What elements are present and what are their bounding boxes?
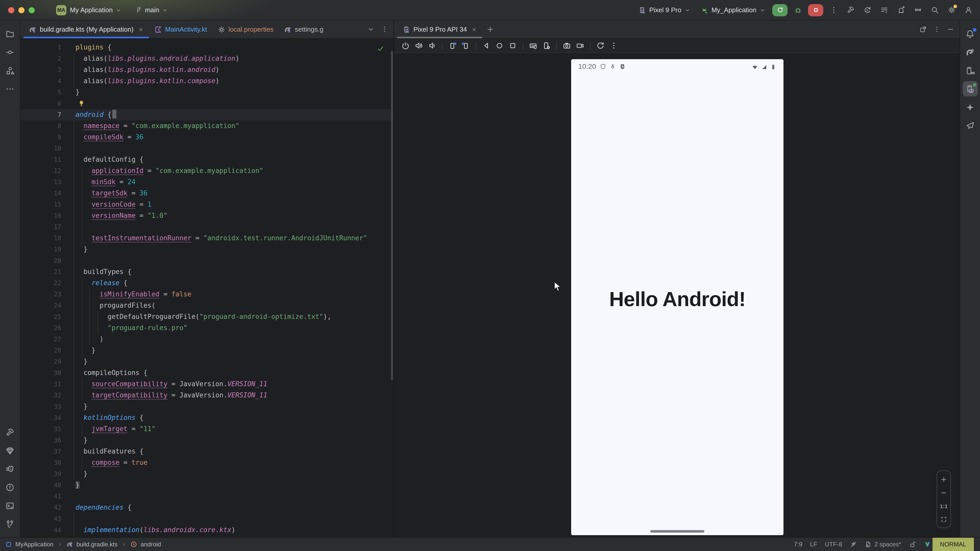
close-icon[interactable] — [138, 26, 144, 32]
version-control-tool[interactable] — [2, 516, 18, 532]
close-icon[interactable] — [471, 26, 477, 32]
sync-button[interactable]: A — [861, 3, 874, 17]
running-devices-tool[interactable] — [963, 81, 978, 97]
file-writable[interactable] — [909, 541, 916, 548]
tab-local.properties[interactable]: local.properties — [212, 21, 278, 38]
code-line-19[interactable]: 19 } — [21, 244, 393, 255]
logcat-tool[interactable] — [2, 461, 18, 476]
commit-tool[interactable] — [2, 44, 18, 60]
indent-style[interactable]: 2 spaces* — [865, 541, 901, 548]
phone-gear-button[interactable] — [542, 41, 551, 50]
code-line-29[interactable]: 29 } — [21, 356, 393, 367]
code-line-20[interactable]: 20 — [21, 255, 393, 266]
breadcrumb-item[interactable]: build.gradle.kts — [66, 541, 118, 548]
gesture-navigation-bar[interactable] — [650, 530, 704, 533]
inspections-ok-icon[interactable] — [377, 45, 384, 52]
plane-tool[interactable] — [963, 118, 978, 133]
breadcrumb-item[interactable]: λandroid — [130, 541, 161, 548]
code-line-7[interactable]: 7android { — [21, 109, 393, 121]
tab-settings.g[interactable]: settings.g — [279, 21, 328, 38]
reset-button[interactable] — [596, 41, 605, 50]
breadcrumb-item[interactable]: MyApplication — [5, 541, 53, 548]
add-device-tab-button[interactable] — [487, 25, 494, 33]
open-in-window-button[interactable] — [919, 25, 927, 33]
device-manager-tool[interactable] — [963, 63, 978, 78]
code-line-12[interactable]: 12 applicationId = "com.example.myapplic… — [21, 165, 393, 176]
tab-build.gradle.kts[interactable]: build.gradle.kts (My Application) — [24, 21, 149, 38]
app-quality-insights-tool[interactable] — [2, 443, 18, 458]
code-line-40[interactable]: 40} — [21, 480, 393, 491]
power-button[interactable] — [401, 41, 410, 50]
build-button[interactable] — [844, 3, 857, 17]
code-line-30[interactable]: 30 compileOptions { — [21, 367, 393, 379]
profiler-button[interactable] — [894, 3, 907, 17]
code-line-15[interactable]: 15 versionCode = 1 — [21, 199, 393, 210]
panel-options-button[interactable] — [933, 25, 941, 33]
code-line-3[interactable]: 3 alias(libs.plugins.kotlin.android) — [21, 64, 393, 76]
editor-scrollbar[interactable] — [391, 51, 393, 380]
code-line-13[interactable]: 13 minSdk = 24 — [21, 176, 393, 188]
code-line-11[interactable]: 11 defaultConfig { — [21, 154, 393, 165]
build-tool[interactable] — [2, 424, 18, 440]
code-line-41[interactable]: 41 — [21, 491, 393, 502]
code-line-37[interactable]: 37 buildFeatures { — [21, 446, 393, 457]
caret-position[interactable]: 7:9 — [794, 541, 802, 548]
back-tri-button[interactable] — [482, 41, 490, 50]
zoom-1-1-button[interactable]: 1:1 — [937, 500, 950, 512]
code-line-21[interactable]: 21 buildTypes { — [21, 266, 393, 278]
run-button[interactable] — [772, 4, 788, 16]
code-line-2[interactable]: 2 alias(libs.plugins.android.application… — [21, 53, 393, 64]
more-actions-button[interactable] — [827, 3, 840, 17]
code-line-28[interactable]: 28 } — [21, 345, 393, 356]
intention-bulb-icon[interactable] — [78, 100, 85, 107]
run-configuration[interactable]: My_Application — [697, 4, 769, 16]
code-line-5[interactable]: 5} — [21, 87, 393, 98]
code-line-25[interactable]: 25 getDefaultProguardFile("proguard-andr… — [21, 311, 393, 322]
code-line-23[interactable]: 23 isMinifyEnabled = false — [21, 289, 393, 300]
tab-mainactivity.kt[interactable]: MainActivity.kt — [149, 21, 212, 38]
project-selector[interactable]: My Application — [70, 6, 121, 14]
code-line-33[interactable]: 33 } — [21, 401, 393, 412]
tab-options-button[interactable] — [381, 25, 388, 33]
zoom-fit-button[interactable] — [937, 513, 950, 525]
gradle-tool[interactable] — [963, 44, 978, 60]
more-tool-windows[interactable] — [2, 81, 18, 97]
code-line-36[interactable]: 36 } — [21, 435, 393, 446]
vol-up-button[interactable] — [414, 41, 423, 50]
code-line-39[interactable]: 39 } — [21, 468, 393, 480]
code-line-44[interactable]: 44 implementation(libs.androidx.core.ktx… — [21, 524, 393, 536]
vim-mode-badge[interactable]: NORMAL — [932, 537, 974, 551]
stop-button[interactable] — [808, 4, 823, 16]
code-line-18[interactable]: 18 testInstrumentationRunner = "androidx… — [21, 233, 393, 244]
branch-selector[interactable]: main — [135, 6, 168, 14]
ai-assistant-status[interactable] — [850, 541, 857, 548]
code-line-6[interactable]: 6 — [21, 98, 393, 109]
editor[interactable]: 1plugins {2 alias(libs.plugins.android.a… — [21, 39, 393, 537]
zoom-out-button[interactable] — [937, 487, 950, 499]
code-line-22[interactable]: 22 release { — [21, 278, 393, 289]
account-button[interactable] — [962, 3, 975, 17]
notifications-tool[interactable] — [963, 26, 978, 41]
code-line-38[interactable]: 38 compose = true — [21, 457, 393, 468]
code-line-1[interactable]: 1plugins { — [21, 42, 393, 53]
zoom-in-button[interactable] — [937, 473, 950, 485]
code-line-14[interactable]: 14 targetSdk = 36 — [21, 188, 393, 199]
hidden-tabs-button[interactable] — [367, 25, 375, 33]
device-screen[interactable]: 10:20 A Hello Android! — [571, 59, 783, 535]
resource-manager-tool[interactable] — [2, 63, 18, 78]
vim-plugin[interactable] — [924, 541, 931, 548]
maximize-window-button[interactable] — [29, 7, 35, 13]
hide-panel-button[interactable] — [947, 25, 955, 33]
tab-pixel-9-pro-api-34[interactable]: Pixel 9 Pro API 34 — [397, 21, 482, 38]
device-list-button[interactable]: 3 — [877, 3, 891, 17]
camera-button[interactable] — [563, 41, 571, 50]
settings-button[interactable] — [945, 3, 958, 17]
vol-down-button[interactable] — [428, 41, 436, 50]
code-line-16[interactable]: 16 versionName = "1.0" — [21, 210, 393, 221]
file-encoding[interactable]: UTF-8 — [825, 541, 842, 548]
code-line-9[interactable]: 9 compileSdk = 36 — [21, 132, 393, 143]
project-tool[interactable] — [2, 26, 18, 41]
device-selector[interactable]: Pixel 9 Pro — [635, 4, 694, 16]
code-line-43[interactable]: 43 — [21, 513, 393, 524]
video-button[interactable] — [576, 41, 584, 50]
